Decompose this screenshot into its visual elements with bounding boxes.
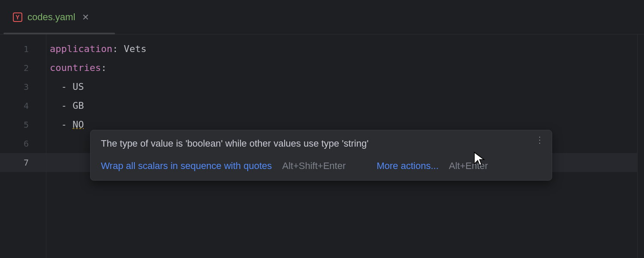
yaml-colon: : bbox=[101, 62, 106, 73]
line-number: 6 bbox=[0, 134, 46, 153]
more-vert-icon[interactable]: ⋮ bbox=[535, 138, 544, 141]
inspection-hint-popup: ⋮ The type of value is 'boolean' while o… bbox=[90, 130, 552, 181]
line-number-gutter: 1 2 3 4 5 6 7 bbox=[0, 34, 46, 258]
quick-fix-link[interactable]: Wrap all scalars in sequence with quotes bbox=[101, 160, 272, 172]
yaml-value: Vets bbox=[124, 43, 146, 54]
quick-fix-shortcut: Alt+Shift+Enter bbox=[282, 160, 346, 172]
yaml-item-warning: NO bbox=[73, 119, 84, 130]
yaml-key: countries bbox=[50, 62, 101, 73]
code-line[interactable]: - GB bbox=[50, 96, 644, 115]
tab-codes-yaml[interactable]: Y codes.yaml ✕ bbox=[10, 0, 99, 34]
line-number: 2 bbox=[0, 58, 46, 77]
yaml-colon: : bbox=[112, 43, 124, 54]
tab-filename: codes.yaml bbox=[27, 12, 75, 23]
line-number: 7 bbox=[0, 153, 46, 172]
close-tab-icon[interactable]: ✕ bbox=[80, 12, 91, 22]
more-actions-link[interactable]: More actions... bbox=[377, 160, 438, 172]
hint-actions-row: Wrap all scalars in sequence with quotes… bbox=[101, 160, 541, 172]
more-actions-shortcut: Alt+Enter bbox=[449, 160, 488, 172]
code-line[interactable]: application: Vets bbox=[50, 40, 644, 58]
yaml-key: application bbox=[50, 43, 112, 54]
inspection-message: The type of value is 'boolean' while oth… bbox=[101, 138, 541, 149]
code-line[interactable]: - US bbox=[50, 77, 644, 96]
line-number: 3 bbox=[0, 77, 46, 96]
line-number: 1 bbox=[0, 40, 46, 58]
line-number: 4 bbox=[0, 96, 46, 115]
yaml-dash: - bbox=[50, 119, 73, 130]
yaml-item: GB bbox=[73, 100, 84, 111]
tab-bar: Y codes.yaml ✕ bbox=[0, 0, 644, 34]
yaml-dash: - bbox=[50, 81, 73, 92]
line-number: 5 bbox=[0, 115, 46, 134]
yaml-file-icon: Y bbox=[13, 12, 22, 22]
code-line[interactable]: countries: bbox=[50, 58, 644, 77]
yaml-dash: - bbox=[50, 100, 73, 111]
scrollbar-track[interactable] bbox=[637, 34, 644, 258]
yaml-item: US bbox=[73, 81, 84, 92]
